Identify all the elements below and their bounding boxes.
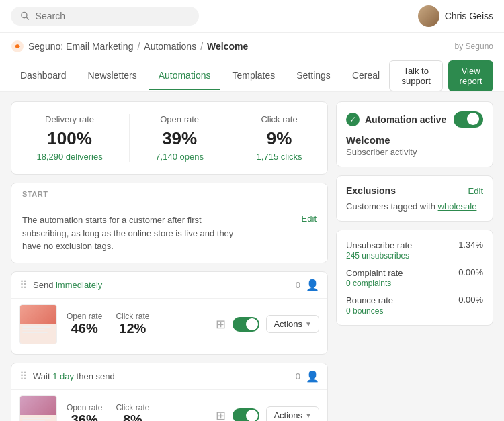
unsub-rate-name: Unsubscribe rate (346, 240, 412, 250)
tab-dashboard[interactable]: Dashboard (11, 62, 76, 90)
send2-stats: Open rate 36% Click rate 8% (67, 403, 149, 421)
main-content: Delivery rate 100% 18,290 deliveries Ope… (0, 92, 504, 421)
automation-active-row: ✓ Automation active (346, 111, 483, 128)
top-bar: Chris Geiss (0, 0, 504, 33)
welcome-title: Welcome (346, 134, 483, 146)
bounce-rate-name: Bounce rate (346, 295, 393, 306)
delivery-rate-label: Delivery rate (36, 114, 102, 124)
tab-newsletters[interactable]: Newsletters (79, 62, 146, 90)
stat-open: Open rate 39% 7,140 opens (155, 114, 204, 162)
send1-right: 0 👤 (296, 279, 319, 291)
exclusions-edit-link[interactable]: Edit (468, 186, 483, 196)
drag-icon-2: ⠿ (19, 370, 28, 383)
bounce-link[interactable]: 0 bounces (346, 306, 393, 316)
talk-to-support-button[interactable]: Talk to support (389, 60, 443, 91)
open-rate-label: Open rate (155, 114, 204, 124)
grid-icon-1: ⊞ (216, 317, 226, 332)
tab-settings[interactable]: Settings (287, 62, 340, 90)
send1-title: Send immediately (33, 280, 102, 290)
breadcrumb-bar: Seguno: Email Marketing / Automations / … (0, 33, 504, 60)
check-icon: ✓ (346, 113, 360, 126)
send2-header: ⠿ Wait 1 day then send 0 👤 (11, 363, 327, 389)
send1-open-stat: Open rate 46% (67, 312, 102, 336)
unsub-link[interactable]: 245 unsubscribes (346, 251, 412, 261)
stat-divider-2 (230, 114, 230, 162)
send1-actions-button[interactable]: Actions ▼ (266, 315, 319, 333)
send1-body: Open rate 46% Click rate 12% ⊞ A (11, 298, 327, 354)
tab-automations[interactable]: Automations (149, 62, 220, 90)
svg-point-0 (22, 13, 27, 18)
breadcrumb-automations[interactable]: Automations (144, 41, 196, 52)
send2-body: Open rate 36% Click rate 8% ⊞ Ac (11, 389, 327, 422)
send2-toggle[interactable] (233, 408, 259, 422)
stat-divider-1 (129, 114, 130, 162)
clicks-link[interactable]: 1,715 clicks (257, 152, 302, 162)
send1-stats: Open rate 46% Click rate 12% (67, 312, 149, 336)
send2-open-value: 36% (67, 412, 102, 421)
exclusions-tag-link[interactable]: wholesale (438, 201, 477, 212)
complaint-rate-name: Complaint rate (346, 268, 403, 278)
deliveries-link[interactable]: 18,290 deliveries (36, 152, 102, 162)
tab-cereal[interactable]: Cereal (343, 62, 389, 90)
send2-title-row: ⠿ Wait 1 day then send (19, 370, 115, 383)
chevron-down-icon-1: ▼ (305, 320, 312, 328)
click-rate-value: 9% (257, 128, 302, 149)
start-card: START The automation starts for a custom… (11, 183, 328, 263)
avatar (418, 5, 439, 27)
automation-toggle[interactable] (454, 111, 483, 128)
send2-open-stat: Open rate 36% (67, 403, 102, 421)
send2-actions-button[interactable]: Actions ▼ (266, 406, 319, 421)
send1-open-value: 46% (67, 321, 102, 336)
start-body: The automation starts for a customer aft… (11, 205, 327, 263)
seguno-logo (11, 40, 24, 53)
complaint-left: Complaint rate 0 complaints (346, 267, 403, 288)
unsub-rate-value: 1.34% (458, 240, 483, 250)
opens-link[interactable]: 7,140 opens (155, 152, 204, 162)
send1-controls: ⊞ Actions ▼ (216, 315, 319, 333)
send1-click-label: Click rate (116, 312, 149, 321)
send2-click-value: 8% (116, 412, 149, 421)
send1-toggle[interactable] (233, 317, 259, 332)
open-rate-value: 39% (155, 128, 204, 149)
bounce-left: Bounce rate 0 bounces (346, 295, 393, 316)
nav-tabs: Dashboard Newsletters Automations Templa… (0, 60, 504, 92)
send2-highlight: 1 day (52, 371, 74, 381)
view-report-button[interactable]: View report (448, 60, 493, 91)
send1-click-value: 12% (116, 321, 149, 336)
svg-line-1 (26, 17, 29, 20)
unsub-left: Unsubscribe rate 245 unsubscribes (346, 240, 412, 261)
complaint-link[interactable]: 0 complaints (346, 279, 403, 288)
start-text: The automation starts for a customer aft… (22, 214, 237, 253)
send1-highlight: immediately (56, 280, 102, 290)
chevron-down-icon-2: ▼ (305, 412, 312, 419)
start-edit-link[interactable]: Edit (302, 214, 317, 224)
automation-card: ✓ Automation active Welcome Subscriber a… (336, 101, 493, 167)
exclusions-header: Exclusions Edit (346, 185, 483, 196)
send2-open-label: Open rate (67, 403, 102, 412)
delivery-rate-value: 100% (36, 128, 102, 149)
user-name: Chris Geiss (445, 11, 493, 21)
search-box[interactable] (11, 7, 199, 26)
email-thumb-2 (19, 395, 57, 422)
user-info: Chris Geiss (418, 5, 493, 27)
right-column: ✓ Automation active Welcome Subscriber a… (336, 101, 493, 421)
unsub-rate-row: Unsubscribe rate 245 unsubscribes 1.34% (346, 240, 483, 261)
bounce-rate-value: 0.00% (458, 295, 483, 305)
click-rate-label: Click rate (257, 114, 302, 124)
email-thumb-1 (19, 304, 57, 344)
stat-delivery: Delivery rate 100% 18,290 deliveries (36, 114, 102, 162)
send1-title-row: ⠿ Send immediately (19, 279, 102, 291)
breadcrumb: Seguno: Email Marketing / Automations / … (11, 40, 248, 53)
search-input[interactable] (36, 11, 190, 21)
send2-click-stat: Click rate 8% (116, 403, 149, 421)
send1-open-label: Open rate (67, 312, 102, 321)
tab-templates[interactable]: Templates (222, 62, 284, 90)
rates-card: Unsubscribe rate 245 unsubscribes 1.34% … (336, 230, 493, 326)
send1-subscribers: 0 (296, 280, 300, 290)
person-icon-1: 👤 (306, 279, 319, 291)
send2-subscribers: 0 (296, 371, 300, 381)
send2-controls: ⊞ Actions ▼ (216, 406, 319, 421)
grid-icon-2: ⊞ (216, 408, 226, 422)
breadcrumb-current: Welcome (207, 41, 248, 52)
breadcrumb-brand[interactable]: Seguno: Email Marketing (28, 41, 133, 52)
